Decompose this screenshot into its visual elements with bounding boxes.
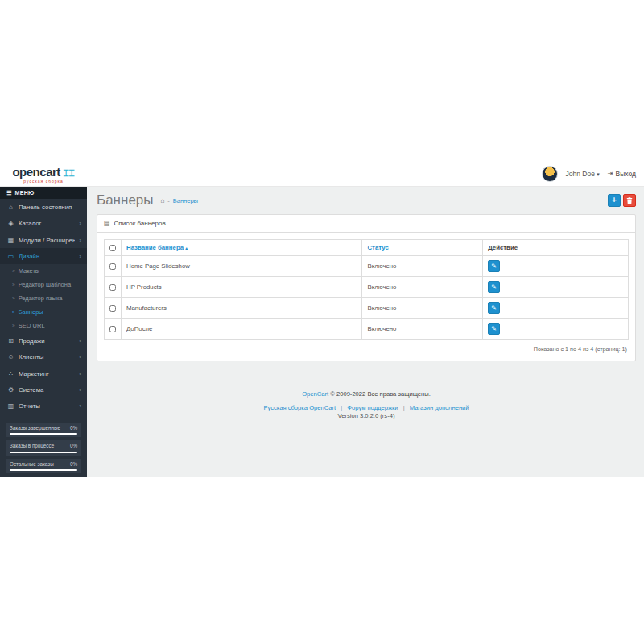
chevron-right-icon: › bbox=[79, 337, 81, 345]
row-checkbox[interactable] bbox=[109, 305, 116, 312]
select-all-checkbox[interactable] bbox=[109, 245, 116, 251]
table-header-row: Название баннера ▴ Статус Действие bbox=[105, 240, 629, 256]
opencart-link[interactable]: OpenCart bbox=[302, 390, 328, 398]
footer: OpenCart © 2009-2022 Все права защищены.… bbox=[97, 390, 636, 421]
submenu-item-label: Баннеры bbox=[19, 308, 43, 316]
chevron-right-icon: › bbox=[79, 370, 81, 378]
angle-right-icon: » bbox=[12, 295, 15, 301]
share-icon: ∴ bbox=[7, 370, 14, 378]
footer-link-support-forum[interactable]: Форум поддержки bbox=[347, 404, 398, 411]
progress-bar bbox=[10, 469, 77, 471]
progress-bar bbox=[10, 452, 77, 453]
sidebar-item-sales[interactable]: ⊞ Продажи › bbox=[0, 332, 87, 349]
sidebar-item-label: Клиенты bbox=[19, 353, 75, 361]
submenu-item-language-editor[interactable]: » Редактор языка bbox=[0, 291, 87, 305]
copyright-text: © 2009-2022 Все права защищены. bbox=[330, 390, 431, 398]
order-stats: Заказы завершенные 0% Заказы в процессе … bbox=[0, 423, 87, 477]
row-checkbox[interactable] bbox=[109, 326, 116, 332]
submenu-item-label: Редактор шаблона bbox=[19, 281, 71, 288]
stat-label: Заказы завершенные bbox=[10, 424, 60, 431]
sidebar-item-system[interactable]: ⚙ Система › bbox=[0, 382, 87, 398]
submenu-item-theme-editor[interactable]: » Редактор шаблона bbox=[0, 278, 87, 291]
pagination-results-text: Показано с 1 по 4 из 4 (страниц: 1) bbox=[104, 340, 629, 354]
sidebar-item-catalog[interactable]: ◈ Каталог › bbox=[0, 216, 87, 232]
submenu-item-seo-url[interactable]: » SEO URL bbox=[0, 319, 87, 332]
stat-label: Заказы в процессе bbox=[10, 442, 54, 449]
logout-icon: ⇥ bbox=[608, 170, 613, 177]
stat-orders-other: Остальные заказы 0% bbox=[6, 459, 81, 473]
avatar[interactable] bbox=[542, 166, 558, 182]
pencil-icon: ✎ bbox=[491, 283, 497, 291]
footer-link-extension-store[interactable]: Магазин дополнений bbox=[410, 404, 469, 411]
sidebar-item-design[interactable]: ▭ Дизайн › bbox=[0, 248, 87, 264]
add-banner-button[interactable]: + bbox=[608, 194, 621, 207]
sidebar-item-label: Панель состояния bbox=[19, 204, 81, 211]
home-icon[interactable]: ⌂ bbox=[161, 197, 165, 204]
pencil-icon: ✎ bbox=[491, 262, 497, 270]
user-menu[interactable]: John Doe ▾ bbox=[566, 170, 600, 178]
chevron-right-icon: › bbox=[79, 253, 81, 260]
footer-link-russian-build[interactable]: Русская сборка OpenCart bbox=[263, 404, 336, 411]
footer-links: Русская сборка OpenCart | Форум поддержк… bbox=[97, 404, 636, 413]
puzzle-icon: ▦ bbox=[7, 237, 14, 244]
banner-name: HP Products bbox=[122, 277, 362, 298]
menu-label: МЕНЮ bbox=[15, 190, 35, 196]
row-checkbox[interactable] bbox=[109, 263, 116, 270]
sidebar-item-label: Продажи bbox=[19, 337, 75, 345]
breadcrumb-separator: - bbox=[167, 197, 170, 204]
cart-icon: ⊞ bbox=[7, 337, 14, 345]
angle-right-icon: » bbox=[12, 282, 15, 287]
banner-name: Manufacturers bbox=[122, 298, 362, 319]
submenu-item-layouts[interactable]: » Макеты bbox=[0, 264, 87, 278]
sidebar-item-label: Система bbox=[19, 386, 75, 394]
user-name: John Doe bbox=[566, 170, 595, 178]
stat-orders-processing: Заказы в процессе 0% bbox=[6, 440, 81, 455]
progress-bar bbox=[10, 433, 77, 435]
banner-name: Home Page Slideshow bbox=[122, 256, 362, 277]
submenu-item-banners[interactable]: » Баннеры bbox=[0, 305, 87, 319]
breadcrumb: ⌂ - Баннеры bbox=[161, 197, 198, 204]
stat-value: 0% bbox=[70, 424, 77, 431]
sidebar-item-extensions[interactable]: ▦ Модули / Расширения › bbox=[0, 232, 87, 248]
logout-button[interactable]: ⇥ Выход bbox=[608, 170, 636, 178]
sidebar-item-dashboard[interactable]: ⌂ Панель состояния bbox=[0, 199, 87, 215]
edit-banner-button[interactable]: ✎ bbox=[488, 302, 500, 314]
sort-by-status-link[interactable]: Статус bbox=[367, 244, 388, 251]
breadcrumb-link-banners[interactable]: Баннеры bbox=[173, 197, 198, 204]
sidebar-item-customers[interactable]: ☺ Клиенты › bbox=[0, 349, 87, 365]
sidebar-item-reports[interactable]: ▥ Отчеты › bbox=[0, 398, 87, 414]
banner-status: Включено bbox=[362, 319, 483, 340]
row-checkbox[interactable] bbox=[109, 284, 116, 291]
table-row: Manufacturers Включено ✎ bbox=[105, 298, 629, 319]
angle-right-icon: » bbox=[12, 268, 15, 274]
stat-label: Остальные заказы bbox=[10, 460, 54, 468]
angle-right-icon: » bbox=[12, 323, 15, 328]
sidebar-item-label: Каталог bbox=[19, 220, 75, 227]
menu-toggle[interactable]: ☰ МЕНЮ bbox=[0, 187, 87, 199]
trash-icon bbox=[626, 197, 633, 204]
edit-banner-button[interactable]: ✎ bbox=[488, 323, 500, 335]
gear-icon: ⚙ bbox=[7, 386, 14, 394]
logo-text: opencart bbox=[12, 165, 60, 179]
tags-icon: ◈ bbox=[7, 220, 14, 227]
list-icon: ▤ bbox=[104, 220, 110, 227]
hamburger-icon: ☰ bbox=[6, 190, 12, 196]
sidebar-item-label: Модули / Расширения bbox=[19, 237, 75, 244]
edit-banner-button[interactable]: ✎ bbox=[488, 281, 500, 293]
user-icon: ☺ bbox=[7, 353, 14, 361]
sidebar-item-label: Дизайн bbox=[19, 253, 75, 260]
edit-banner-button[interactable]: ✎ bbox=[488, 260, 500, 272]
stat-value: 0% bbox=[70, 442, 77, 449]
sidebar-item-marketing[interactable]: ∴ Маркетинг › bbox=[0, 365, 87, 382]
submenu-item-label: Макеты bbox=[19, 267, 40, 275]
table-row: ДоПосле Включено ✎ bbox=[105, 319, 629, 340]
link-separator: | bbox=[341, 404, 342, 411]
stat-value: 0% bbox=[70, 460, 77, 468]
opencart-logo[interactable]: opencart ⌶⌶ русская сборка bbox=[0, 164, 87, 184]
sort-by-name-link[interactable]: Название баннера bbox=[126, 244, 184, 251]
pencil-icon: ✎ bbox=[491, 304, 497, 312]
monitor-icon: ▭ bbox=[7, 253, 14, 260]
delete-banner-button[interactable] bbox=[623, 194, 636, 207]
chevron-right-icon: › bbox=[79, 237, 81, 244]
chevron-right-icon: › bbox=[79, 402, 81, 410]
